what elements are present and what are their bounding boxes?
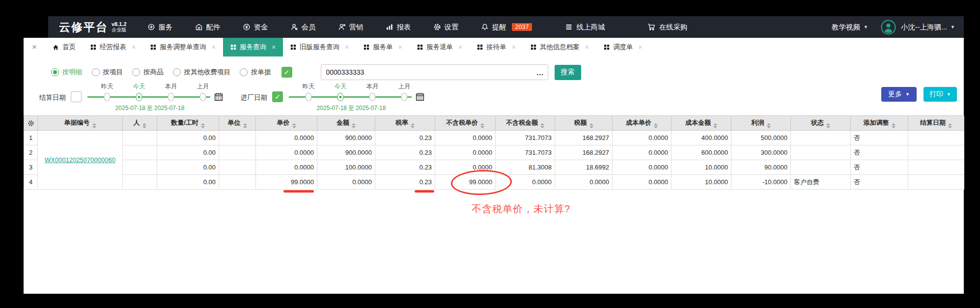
close-icon[interactable]: × xyxy=(512,43,516,51)
reminder-count-badge[interactable]: 2037 xyxy=(512,23,532,31)
sort-icon[interactable] xyxy=(142,123,146,128)
sort-icon[interactable] xyxy=(411,123,415,128)
doc-no-link[interactable]: WX00012025070000060 xyxy=(45,156,115,164)
close-icon[interactable]: × xyxy=(132,43,136,51)
close-icon[interactable]: × xyxy=(398,43,402,51)
menu-item-online-mall[interactable]: 线上商城 xyxy=(565,23,605,32)
quick-range-this-month[interactable]: 本月 xyxy=(366,83,379,91)
table-row[interactable]: 1 WX00012025070000060 0.00 0.0000 900.00… xyxy=(24,131,964,145)
radio-by-detail[interactable]: 按明细 xyxy=(51,68,83,77)
col-header-price-ex-tax[interactable]: 不含税单价 xyxy=(435,116,496,131)
tab-service-adjust-query[interactable]: 服务调整单查询 × xyxy=(143,38,223,56)
sort-icon[interactable] xyxy=(948,123,952,128)
quick-range-this-month[interactable]: 本月 xyxy=(165,83,177,91)
timeline-dot-selected[interactable] xyxy=(136,93,142,101)
sort-icon[interactable] xyxy=(892,123,896,128)
close-icon[interactable]: × xyxy=(458,43,462,51)
col-header-adjust[interactable]: 添加调整 xyxy=(851,116,908,131)
tab-other-info-archive[interactable]: 其他信息档案 × xyxy=(523,38,596,56)
col-header-tax[interactable]: 税额 xyxy=(555,116,613,131)
tutorial-video-link[interactable]: 教学视频 ▼ xyxy=(832,23,868,32)
col-header-cost-price[interactable]: 成本单价 xyxy=(613,116,672,131)
col-header-amount[interactable]: 金额 xyxy=(317,116,375,131)
close-icon[interactable]: × xyxy=(272,43,276,51)
timeline-dot[interactable] xyxy=(200,93,206,101)
col-header-profit[interactable]: 利润 xyxy=(731,116,791,131)
quick-range-last-month[interactable]: 上月 xyxy=(398,83,411,91)
menu-item-online-purchase[interactable]: 在线采购 xyxy=(647,23,687,32)
close-icon[interactable]: × xyxy=(212,43,216,51)
radio-by-goods[interactable]: 按商品 xyxy=(132,68,164,77)
sort-icon[interactable] xyxy=(540,123,544,128)
quick-range-yesterday[interactable]: 昨天 xyxy=(303,83,315,91)
tab-home[interactable]: 首页 xyxy=(45,38,83,56)
col-header-qty[interactable]: 数量/工时 xyxy=(157,116,219,131)
col-header-price[interactable]: 单价 xyxy=(256,116,317,131)
sort-icon[interactable] xyxy=(826,123,830,128)
print-button[interactable]: 打印 ▼ xyxy=(924,87,957,102)
close-icon[interactable]: × xyxy=(345,43,349,51)
user-menu[interactable]: 小沈--上海驷... ▼ xyxy=(901,23,955,32)
timeline-dot[interactable] xyxy=(168,93,174,101)
menu-item-reminder[interactable]: 提醒 2037 xyxy=(481,23,532,32)
timeline-dot-selected[interactable] xyxy=(337,93,344,101)
radio-by-document[interactable]: 按单据 xyxy=(240,68,271,77)
menu-item-funds[interactable]: 资金 xyxy=(243,23,268,32)
column-settings-button[interactable] xyxy=(24,116,38,131)
sort-icon[interactable] xyxy=(201,123,205,128)
col-header-settle-date[interactable]: 结算日期 xyxy=(908,116,964,131)
col-header-doc-no[interactable]: 单据编号 xyxy=(38,116,123,131)
doc-no-input[interactable] xyxy=(321,65,533,79)
sort-icon[interactable] xyxy=(713,123,717,128)
tab-reception-order[interactable]: 接待单 × xyxy=(470,38,523,56)
quick-range-yesterday[interactable]: 昨天 xyxy=(101,83,113,91)
timeline-dot[interactable] xyxy=(104,93,111,101)
calendar-icon[interactable] xyxy=(214,92,223,101)
col-header-amount-ex-tax[interactable]: 不含税金额 xyxy=(496,116,555,131)
timeline-dot[interactable] xyxy=(369,93,376,101)
col-header-cost-amount[interactable]: 成本金额 xyxy=(672,116,731,131)
col-header-person[interactable]: 人 xyxy=(123,116,157,131)
tab-service-return[interactable]: 服务退单 × xyxy=(410,38,470,56)
menu-item-member[interactable]: 会员 xyxy=(290,23,316,32)
sort-icon[interactable] xyxy=(243,123,247,128)
avatar[interactable] xyxy=(881,20,896,35)
col-header-tax-rate[interactable]: 税率 xyxy=(375,116,435,131)
tab-service-order[interactable]: 服务单 × xyxy=(356,38,410,56)
col-header-unit[interactable]: 单位 xyxy=(219,116,256,131)
calendar-icon[interactable] xyxy=(416,92,424,101)
close-icon[interactable]: × xyxy=(639,43,643,51)
more-options-icon[interactable]: … xyxy=(533,68,548,77)
settle-date-checkbox[interactable] xyxy=(71,91,82,102)
close-all-tabs-button[interactable]: × xyxy=(24,38,45,56)
more-button[interactable]: 更多 ▼ xyxy=(881,87,917,102)
sort-icon[interactable] xyxy=(654,123,658,128)
menu-item-marketing[interactable]: 营销 xyxy=(338,23,364,32)
col-header-status[interactable]: 状态 xyxy=(791,116,851,131)
timeline-dot[interactable] xyxy=(306,93,312,101)
quick-range-today[interactable]: 今天 xyxy=(335,83,347,91)
table-row[interactable]: 4 0.00 99.0000 0.0000 0.23 99.0000 0.000… xyxy=(24,175,964,190)
menu-item-service[interactable]: 服务 xyxy=(147,23,173,32)
menu-item-report[interactable]: 报表 xyxy=(386,23,411,32)
sort-icon[interactable] xyxy=(292,123,296,128)
tab-business-report[interactable]: 经营报表 × xyxy=(83,38,143,56)
sort-icon[interactable] xyxy=(480,123,484,128)
search-button[interactable]: 搜索 xyxy=(555,65,581,80)
sort-icon[interactable] xyxy=(589,123,593,128)
tab-dispatch-order[interactable]: 调度单 × xyxy=(596,38,650,56)
sort-icon[interactable] xyxy=(767,123,771,128)
entry-date-checkbox[interactable]: ✓ xyxy=(272,91,283,102)
table-row[interactable]: 2 0.00 0.0000 900.0000 0.23 0.0000 731.7… xyxy=(24,145,964,160)
document-checkbox[interactable]: ✓ xyxy=(281,67,292,78)
sort-icon[interactable] xyxy=(352,123,356,128)
menu-item-parts[interactable]: 配件 xyxy=(195,23,221,32)
menu-item-settings[interactable]: 设置 xyxy=(433,23,459,32)
tab-service-query[interactable]: 服务查询 × xyxy=(223,38,283,56)
sort-icon[interactable] xyxy=(92,123,96,128)
radio-by-other-charge[interactable]: 按其他收费项目 xyxy=(173,68,231,77)
quick-range-today[interactable]: 今天 xyxy=(133,83,145,91)
table-row[interactable]: 3 0.00 0.0000 100.0000 0.23 0.0000 81.30… xyxy=(24,160,964,175)
radio-by-project[interactable]: 按项目 xyxy=(92,68,123,77)
close-icon[interactable]: × xyxy=(585,43,589,51)
